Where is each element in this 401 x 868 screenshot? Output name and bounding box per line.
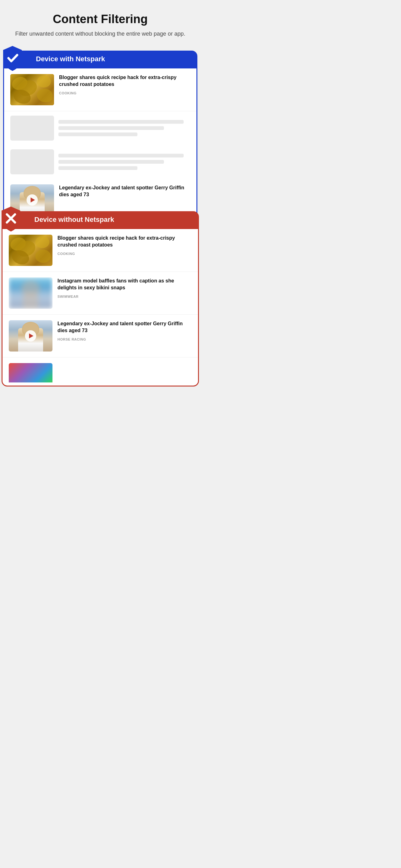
article-item-jockey-2[interactable]: Legendary ex-Jockey and talent spotter G…: [2, 315, 198, 358]
article-thumb-potatoes-2: [9, 235, 53, 266]
article-content-bikini: Instagram model baffles fans with captio…: [58, 277, 192, 299]
article-title-jockey-2: Legendary ex-Jockey and talent spotter G…: [58, 320, 192, 334]
article-title-jockey: Legendary ex-Jockey and talent spotter G…: [59, 184, 190, 198]
article-thumb-bikini: [9, 277, 53, 309]
netspark-banner-label: Device with Netspark: [36, 55, 105, 63]
play-button-2[interactable]: [25, 330, 36, 342]
placeholder-line: [58, 126, 164, 130]
placeholder-thumb-2: [10, 149, 54, 174]
placeholder-lines-1: [58, 120, 190, 136]
article-category-jockey-2: HORSE RACING: [58, 337, 192, 341]
article-title-potatoes-2: Blogger shares quick recipe hack for ext…: [58, 235, 192, 249]
article-content: Blogger shares quick recipe hack for ext…: [59, 74, 190, 95]
placeholder-line: [58, 120, 183, 124]
shield-x-icon: [0, 205, 24, 233]
netspark-banner: Device with Netspark: [3, 51, 197, 67]
placeholder-line: [58, 160, 164, 164]
play-triangle-icon-2: [29, 333, 33, 338]
article-content-jockey-2: Legendary ex-Jockey and talent spotter G…: [58, 320, 192, 341]
placeholder-line: [58, 166, 137, 170]
play-button[interactable]: [27, 194, 38, 206]
article-title-bikini: Instagram model baffles fans with captio…: [58, 277, 192, 291]
colorful-thumb-bg: [9, 363, 53, 382]
no-netspark-banner: Device without Netspark: [2, 211, 199, 228]
article-category-bikini: SWIMWEAR: [58, 294, 192, 299]
article-thumb-potatoes: [10, 74, 54, 105]
article-thumb-jockey-2: [9, 320, 53, 351]
article-item-potatoes-2[interactable]: Blogger shares quick recipe hack for ext…: [2, 229, 198, 272]
shield-check-icon: [0, 44, 25, 69]
placeholder-row-2: [4, 145, 196, 179]
placeholder-line: [58, 154, 183, 157]
article-content-potatoes-2: Blogger shares quick recipe hack for ext…: [58, 235, 192, 256]
placeholder-line: [58, 132, 137, 136]
no-netspark-section: Device without Netspark Blogger shares q…: [2, 211, 199, 386]
placeholder-thumb-1: [10, 116, 54, 141]
placeholder-row-1: [4, 111, 196, 145]
play-triangle-icon: [31, 197, 35, 203]
article-category: COOKING: [59, 91, 190, 95]
article-thumb-colorful: [9, 363, 53, 382]
article-category-potatoes-2: COOKING: [58, 252, 192, 256]
netspark-section: Device with Netspark Blogger shares quic…: [3, 51, 197, 230]
page-title: Content Filtering: [9, 12, 191, 26]
article-title: Blogger shares quick recipe hack for ext…: [59, 74, 190, 88]
no-netspark-card: Blogger shares quick recipe hack for ext…: [2, 228, 199, 386]
article-item-colorful[interactable]: [2, 358, 198, 382]
page-header: Content Filtering Filter unwanted conten…: [0, 0, 201, 44]
netspark-card: Blogger shares quick recipe hack for ext…: [3, 67, 197, 230]
article-item[interactable]: Blogger shares quick recipe hack for ext…: [4, 68, 196, 111]
article-item-bikini[interactable]: Instagram model baffles fans with captio…: [2, 272, 198, 315]
no-netspark-banner-label: Device without Netspark: [34, 216, 114, 224]
page-subtitle: Filter unwanted content without blocking…: [9, 30, 191, 38]
placeholder-lines-2: [58, 154, 190, 170]
article-content-jockey: Legendary ex-Jockey and talent spotter G…: [59, 184, 190, 202]
